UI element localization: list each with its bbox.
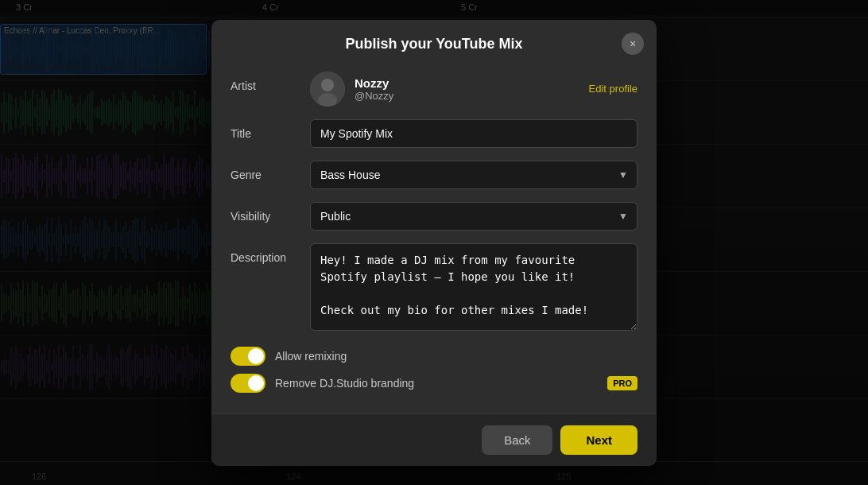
modal-close-button[interactable]: × bbox=[622, 33, 644, 55]
next-button[interactable]: Next bbox=[560, 425, 637, 455]
description-row: Description Hey! I made a DJ mix from my… bbox=[231, 243, 637, 334]
remove-branding-toggle[interactable] bbox=[231, 374, 265, 393]
description-label: Description bbox=[231, 243, 310, 264]
title-row: Title bbox=[231, 119, 637, 148]
pro-badge: PRO bbox=[607, 376, 637, 390]
visibility-row: Visibility Public Unlisted Private ▼ bbox=[231, 202, 637, 231]
publish-modal: Publish your YouTube Mix × Artist N bbox=[211, 20, 657, 466]
remove-branding-label: Remove DJ.Studio branding bbox=[275, 377, 414, 390]
artist-details: Nozzy @Nozzy bbox=[355, 76, 393, 102]
visibility-label: Visibility bbox=[231, 202, 310, 223]
visibility-select[interactable]: Public Unlisted Private bbox=[310, 202, 637, 231]
modal-footer: Back Next bbox=[211, 413, 657, 466]
modal-overlay: Publish your YouTube Mix × Artist N bbox=[0, 0, 868, 485]
artist-label: Artist bbox=[231, 72, 310, 92]
genre-control: Bass House House Techno Drum & Bass Tran… bbox=[310, 161, 637, 189]
title-label: Title bbox=[231, 119, 310, 140]
genre-select[interactable]: Bass House House Techno Drum & Bass Tran… bbox=[310, 161, 637, 189]
toggle-knob-2 bbox=[248, 375, 264, 391]
edit-profile-button[interactable]: Edit profile bbox=[589, 83, 637, 95]
modal-title: Publish your YouTube Mix bbox=[345, 36, 522, 52]
modal-header: Publish your YouTube Mix × bbox=[211, 20, 657, 65]
artist-name: Nozzy bbox=[355, 76, 393, 90]
artist-row: Artist Nozzy @Nozzy Edit profile bbox=[231, 72, 637, 107]
allow-remixing-row: Allow remixing bbox=[231, 347, 637, 366]
genre-row: Genre Bass House House Techno Drum & Bas… bbox=[231, 161, 637, 189]
svg-point-1 bbox=[321, 79, 334, 91]
genre-label: Genre bbox=[231, 161, 310, 181]
remove-branding-row: Remove DJ.Studio branding PRO bbox=[231, 374, 637, 393]
back-button[interactable]: Back bbox=[482, 425, 552, 455]
title-control bbox=[310, 119, 637, 148]
description-control: Hey! I made a DJ mix from my favourite S… bbox=[310, 243, 637, 334]
toggle-knob bbox=[248, 348, 264, 364]
allow-remixing-toggle[interactable] bbox=[231, 347, 265, 366]
allow-remixing-label: Allow remixing bbox=[275, 350, 347, 363]
modal-body: Artist Nozzy @Nozzy Edit profile bbox=[211, 65, 657, 413]
avatar bbox=[310, 72, 345, 107]
description-textarea[interactable]: Hey! I made a DJ mix from my favourite S… bbox=[310, 243, 637, 331]
artist-handle: @Nozzy bbox=[355, 90, 393, 102]
artist-info: Nozzy @Nozzy Edit profile bbox=[310, 72, 637, 107]
title-input[interactable] bbox=[310, 119, 637, 148]
visibility-control: Public Unlisted Private ▼ bbox=[310, 202, 637, 231]
